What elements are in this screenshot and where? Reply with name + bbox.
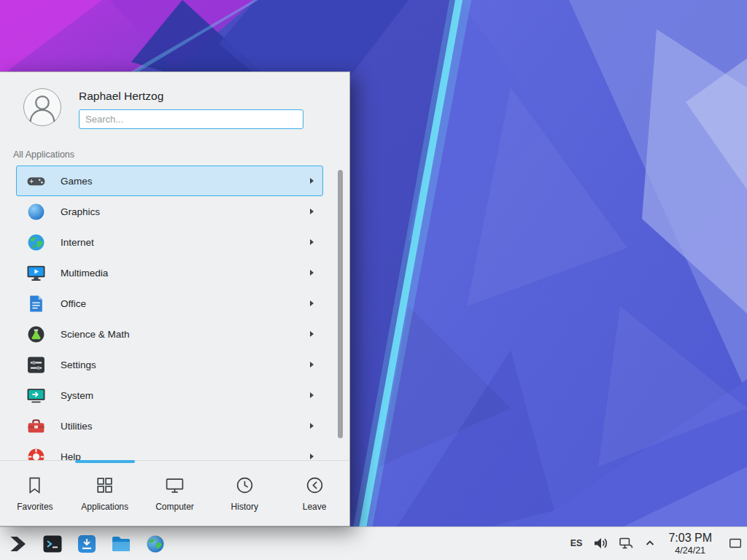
category-multimedia[interactable]: Multimedia — [16, 257, 323, 288]
submenu-arrow-icon — [310, 362, 314, 368]
submenu-arrow-icon — [310, 454, 314, 459]
category-utilities[interactable]: Utilities — [16, 411, 323, 441]
category-graphics[interactable]: Graphics — [16, 196, 323, 227]
volume-icon[interactable] — [592, 535, 608, 551]
category-label: Graphics — [61, 206, 100, 217]
category-label: Office — [61, 298, 86, 309]
sliders-icon — [26, 354, 46, 375]
clock-icon — [235, 475, 255, 495]
category-internet[interactable]: Internet — [16, 227, 323, 257]
submenu-arrow-icon — [310, 239, 314, 245]
tab-history[interactable]: History — [209, 461, 279, 526]
submenu-arrow-icon — [310, 331, 314, 337]
clock-date: 4/24/21 — [668, 545, 712, 556]
tab-applications[interactable]: Applications — [70, 461, 140, 526]
category-games[interactable]: Games — [16, 166, 323, 196]
show-desktop-icon — [728, 536, 743, 551]
submenu-arrow-icon — [310, 178, 314, 184]
section-label: All Applications — [0, 141, 349, 166]
keyboard-layout-indicator[interactable]: ES — [570, 538, 583, 548]
tab-leave[interactable]: Leave — [279, 461, 349, 526]
submenu-arrow-icon — [310, 270, 314, 276]
tab-computer[interactable]: Computer — [140, 461, 210, 526]
app-launcher-icon[interactable] — [6, 532, 31, 556]
computer-icon — [165, 475, 185, 495]
gamepad-icon — [26, 171, 46, 191]
flask-icon — [26, 324, 46, 344]
software-center-icon[interactable] — [74, 532, 99, 556]
user-avatar[interactable] — [23, 88, 61, 126]
monitor-play-icon — [26, 262, 46, 283]
category-label: Settings — [61, 359, 96, 370]
grid-icon — [95, 475, 115, 495]
submenu-arrow-icon — [310, 209, 314, 214]
taskbar-launchers — [0, 532, 168, 556]
show-desktop-button[interactable] — [725, 536, 744, 551]
category-system[interactable]: System — [16, 380, 323, 411]
network-icon[interactable] — [619, 535, 635, 551]
launcher-header: Raphael Hertzog — [0, 72, 349, 141]
system-monitor-icon — [26, 385, 46, 405]
graphics-sphere-icon — [26, 201, 46, 222]
web-browser-icon[interactable] — [143, 532, 168, 556]
submenu-arrow-icon — [310, 300, 314, 306]
submenu-arrow-icon — [310, 423, 314, 429]
globe-icon — [26, 232, 46, 252]
leave-icon — [305, 475, 325, 495]
category-label: Internet — [61, 237, 94, 248]
category-help[interactable]: Help — [16, 441, 323, 460]
scrollbar[interactable] — [338, 170, 343, 438]
category-list: Games Graphics Internet Multimedia — [0, 166, 349, 460]
file-manager-icon[interactable] — [109, 532, 133, 556]
launcher-tabs: Favorites Applications Computer History … — [0, 460, 349, 526]
category-label: Utilities — [61, 421, 93, 432]
category-settings[interactable]: Settings — [16, 349, 323, 380]
category-label: Science & Math — [61, 329, 130, 340]
category-label: Multimedia — [61, 268, 108, 279]
category-label: Help — [61, 451, 81, 461]
document-icon — [26, 293, 46, 314]
expand-arrow-icon[interactable] — [645, 538, 655, 548]
user-name: Raphael Hertzog — [79, 90, 303, 103]
system-tray: ES 7:03 PM 4/24/21 — [570, 532, 747, 556]
submenu-arrow-icon — [310, 392, 314, 398]
category-science-math[interactable]: Science & Math — [16, 319, 323, 349]
lifebuoy-icon — [26, 446, 46, 460]
person-icon — [24, 89, 61, 125]
clock-time: 7:03 PM — [668, 532, 712, 545]
search-input[interactable] — [79, 109, 303, 129]
terminal-icon[interactable] — [40, 532, 65, 556]
application-launcher: Raphael Hertzog All Applications Games G… — [0, 71, 350, 526]
tab-favorites[interactable]: Favorites — [0, 461, 70, 526]
toolbox-icon — [26, 416, 46, 436]
digital-clock[interactable]: 7:03 PM 4/24/21 — [665, 532, 715, 556]
taskbar: ES 7:03 PM 4/24/21 — [0, 526, 747, 560]
bookmark-icon — [25, 475, 44, 495]
category-office[interactable]: Office — [16, 288, 323, 319]
category-label: System — [61, 390, 93, 401]
category-label: Games — [61, 176, 93, 187]
